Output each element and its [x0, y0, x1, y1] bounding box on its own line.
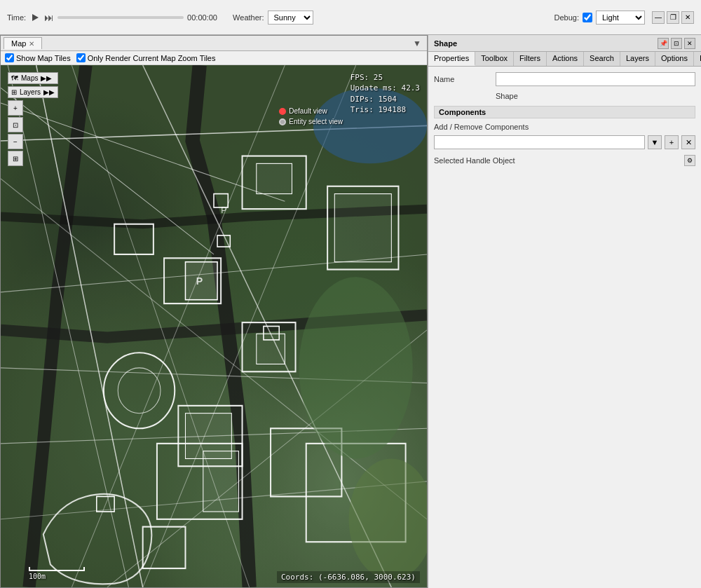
step-icon[interactable]: ⏭	[44, 12, 54, 23]
tab-filters[interactable]: Filters	[514, 52, 547, 66]
shape-value: Shape	[496, 92, 518, 100]
tab-options[interactable]: Options	[655, 52, 694, 66]
layers-expand-icon[interactable]: ▶▶	[43, 88, 55, 96]
only-render-checkbox[interactable]	[76, 53, 86, 62]
weather-label: Weather:	[233, 13, 264, 22]
show-map-tiles-checkbox[interactable]	[5, 53, 14, 62]
show-map-tiles-label[interactable]: Show Map Tiles	[5, 53, 71, 62]
tab-search[interactable]: Search	[584, 52, 620, 66]
layers-icon: ⊞	[11, 88, 17, 96]
maps-label: Maps	[21, 74, 38, 82]
entity-select-dot	[279, 118, 286, 125]
shape-content: Name Shape Components Add / Remove Compo…	[428, 67, 701, 588]
shape-tabs: Properties Toolbox Filters Actions Searc…	[428, 52, 701, 67]
add-remove-label: Add / Remove Components	[434, 123, 529, 131]
zoom-fit-button[interactable]: ⊞	[8, 151, 23, 166]
name-input[interactable]	[496, 72, 695, 86]
time-group: Time: ⏭ 00:00:00	[7, 12, 226, 23]
tab-layers[interactable]: Layers	[620, 52, 655, 66]
zoom-controls: + ⊡ − ⊞	[8, 100, 58, 166]
shape-title: Shape	[434, 39, 457, 48]
selected-handle-label: Selected Handle Object	[434, 156, 515, 165]
weather-group: Weather: Sunny Cloudy Rain Snow	[233, 11, 313, 25]
tab-actions[interactable]: Actions	[547, 52, 584, 66]
svg-rect-5	[257, 163, 292, 193]
zoom-in-button[interactable]: +	[8, 100, 23, 116]
debug-label: Debug:	[554, 13, 579, 22]
component-dropdown-button[interactable]: ▼	[648, 135, 662, 149]
default-view-radio[interactable]: Default view	[279, 107, 343, 115]
radio-overlay: Default view Entity select view	[279, 107, 343, 125]
map-tab-bar: Map ✕ ▼	[1, 36, 427, 51]
map-toolbar: Show Map Tiles Only Render Current Map Z…	[1, 51, 427, 65]
main-content: Map ✕ ▼ Show Map Tiles Only Render Curre…	[0, 35, 701, 588]
map-sidebar: 🗺 Maps ▶▶ ⊞ Layers ▶▶ + ⊡ − ⊞	[8, 72, 58, 166]
selected-handle-row: Selected Handle Object ⚙	[434, 155, 695, 166]
components-header: Components	[434, 106, 695, 118]
svg-text:P: P	[221, 205, 226, 214]
svg-rect-9	[257, 334, 285, 364]
fps-text: FPS: 25	[350, 72, 420, 83]
weather-select[interactable]: Sunny Cloudy Rain Snow	[268, 11, 313, 25]
debug-checkbox[interactable]	[583, 13, 592, 22]
shape-header: Shape 📌 ⊡ ✕	[428, 35, 701, 52]
shape-header-controls: 📌 ⊡ ✕	[658, 38, 695, 49]
name-field-row: Name	[434, 72, 695, 86]
component-add-button[interactable]: +	[665, 135, 679, 149]
maps-expand-icon[interactable]: ▶▶	[41, 74, 52, 82]
tab-toolbox[interactable]: Toolbox	[475, 52, 514, 66]
zoom-out-button[interactable]: −	[8, 134, 23, 149]
entity-select-label: Entity select view	[289, 118, 343, 125]
add-remove-row: Add / Remove Components	[434, 123, 695, 131]
time-label: Time:	[7, 13, 26, 22]
svg-point-35	[299, 277, 413, 458]
shape-float-button[interactable]: ⊡	[671, 38, 682, 49]
map-overlay-svg: P P	[1, 65, 427, 587]
restore-button[interactable]: ❐	[667, 11, 679, 24]
layers-label: Layers	[20, 88, 41, 96]
map-panel: Map ✕ ▼ Show Map Tiles Only Render Curre…	[0, 35, 428, 588]
default-view-dot	[279, 108, 286, 115]
map-tab-label: Map	[11, 39, 26, 48]
map-background: P P 🗺 Maps ▶▶ ⊞ Layers ▶▶	[1, 65, 427, 587]
svg-rect-7	[334, 194, 391, 262]
coords-text: Coords: (-6636.086, 3000.623)	[281, 573, 416, 582]
component-remove-button[interactable]: ✕	[681, 135, 695, 149]
time-display: 00:00:00	[187, 13, 226, 22]
tab-properties[interactable]: Properties	[428, 52, 475, 66]
window-controls: — ❐ ✕	[652, 11, 694, 24]
globe-icon: 🗺	[11, 74, 18, 82]
entity-select-radio[interactable]: Entity select view	[279, 118, 343, 125]
tab-close-icon[interactable]: ✕	[29, 40, 34, 48]
shape-value-row: Shape	[434, 92, 695, 100]
shape-panel: Shape 📌 ⊡ ✕ Properties Toolbox Filters A…	[428, 35, 701, 588]
component-input[interactable]	[434, 135, 645, 149]
layers-group: ⊞ Layers ▶▶	[8, 86, 58, 98]
play-button[interactable]	[29, 12, 41, 23]
light-select[interactable]: Light Dark Custom	[596, 11, 645, 25]
tris-text: Tris: 194188	[350, 104, 420, 115]
name-label: Name	[434, 75, 490, 83]
map-tab[interactable]: Map ✕	[4, 37, 42, 49]
default-view-label: Default view	[289, 107, 327, 115]
update-ms-text: Update ms: 42.3	[350, 83, 420, 93]
show-map-tiles-text: Show Map Tiles	[16, 54, 71, 62]
tab-arrow-icon[interactable]: ▼	[410, 39, 424, 48]
time-slider[interactable]	[57, 16, 184, 19]
svg-rect-13	[203, 451, 239, 512]
selected-handle-button[interactable]: ⚙	[684, 155, 695, 166]
shape-pin-button[interactable]: 📌	[658, 38, 669, 49]
zoom-area-button[interactable]: ⊡	[8, 117, 23, 132]
fps-overlay: FPS: 25 Update ms: 42.3 DIPs: 1504 Tris:…	[350, 72, 420, 116]
tab-interiors[interactable]: Interiors	[694, 52, 701, 66]
dips-text: DIPs: 1504	[350, 94, 420, 104]
close-button[interactable]: ✕	[681, 11, 694, 24]
debug-group: Debug: Light Dark Custom — ❐ ✕	[554, 11, 694, 25]
scale-line	[29, 567, 85, 571]
only-render-text: Only Render Current Map Zoom Tiles	[88, 54, 216, 62]
play-icon	[32, 14, 39, 21]
map-viewport[interactable]: P P 🗺 Maps ▶▶ ⊞ Layers ▶▶	[1, 65, 427, 587]
shape-close-button[interactable]: ✕	[684, 38, 695, 49]
only-render-label[interactable]: Only Render Current Map Zoom Tiles	[76, 53, 216, 62]
minimize-button[interactable]: —	[652, 11, 665, 24]
